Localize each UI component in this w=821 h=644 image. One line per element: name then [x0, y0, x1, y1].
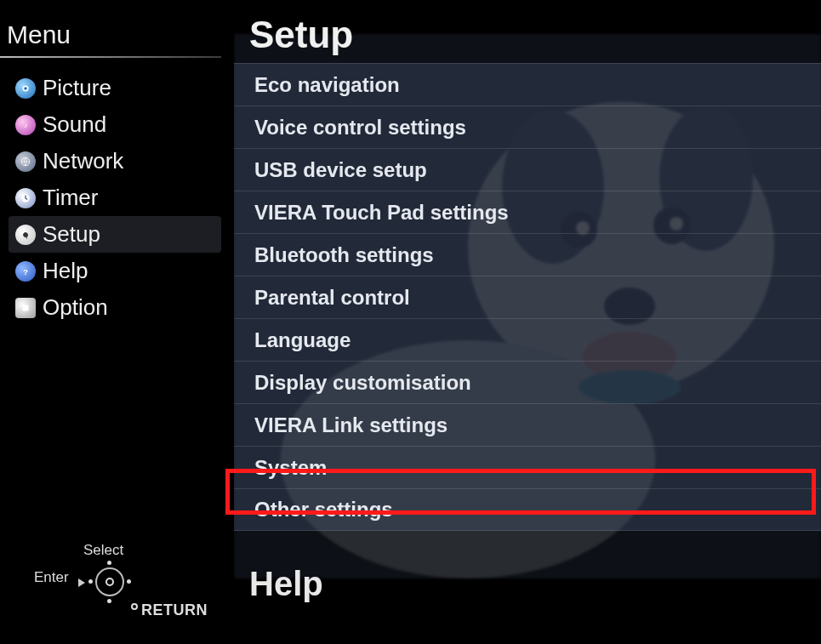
nav-enter-label: Enter — [34, 569, 69, 586]
svg-text:?: ? — [23, 267, 28, 276]
arrow-right-icon — [78, 578, 85, 587]
option-label: Eco navigation — [254, 73, 400, 97]
option-display-customisation[interactable]: Display customisation — [234, 361, 821, 403]
option-label: Display customisation — [254, 371, 471, 395]
setup-icon — [15, 225, 36, 245]
option-label: Language — [254, 328, 351, 352]
sidebar-item-label: Option — [43, 294, 108, 321]
option-label: VIERA Touch Pad settings — [254, 201, 509, 225]
option-language[interactable]: Language — [234, 318, 821, 361]
option-icon — [15, 298, 36, 318]
nav-hint: Select Enter RETURN — [17, 542, 204, 627]
sidebar-item-label: Sound — [43, 111, 106, 138]
option-viera-link-settings[interactable]: VIERA Link settings — [234, 403, 821, 446]
nav-return-label: RETURN — [141, 601, 208, 619]
sidebar-item-network[interactable]: Network — [9, 143, 221, 180]
return-dot-icon — [131, 603, 138, 610]
nav-select-label: Select — [83, 542, 123, 559]
sidebar-item-label: Network — [43, 148, 123, 174]
option-usb-device-setup[interactable]: USB device setup — [234, 148, 821, 191]
sidebar-item-picture[interactable]: Picture — [9, 70, 221, 106]
option-label: Bluetooth settings — [254, 243, 434, 267]
dpad-icon — [90, 562, 129, 601]
sidebar-item-label: Timer — [43, 185, 98, 211]
sidebar-item-option[interactable]: Option — [9, 289, 221, 326]
svg-rect-6 — [23, 305, 29, 311]
svg-text:♪: ♪ — [24, 121, 27, 128]
sidebar: Menu Picture ♪ Sound Network — [0, 0, 221, 644]
option-label: System — [254, 456, 327, 480]
sidebar-item-timer[interactable]: Timer — [9, 180, 221, 216]
timer-icon — [15, 188, 36, 208]
sidebar-item-help[interactable]: ? Help — [9, 253, 221, 289]
section-title-setup: Setup — [234, 0, 821, 63]
option-voice-control-settings[interactable]: Voice control settings — [234, 105, 821, 148]
sidebar-item-label: Setup — [43, 221, 100, 248]
sidebar-divider — [0, 56, 221, 58]
menu-title: Menu — [0, 0, 221, 56]
option-other-settings[interactable]: Other settings — [234, 488, 821, 531]
option-eco-navigation[interactable]: Eco navigation — [234, 63, 821, 105]
svg-point-1 — [24, 87, 27, 90]
section-title-help: Help — [234, 531, 821, 620]
option-parental-control[interactable]: Parental control — [234, 276, 821, 318]
option-label: VIERA Link settings — [254, 413, 448, 437]
network-icon — [15, 151, 36, 172]
sidebar-item-setup[interactable]: Setup — [9, 216, 221, 253]
setup-options-list: Eco navigation Voice control settings US… — [234, 63, 821, 531]
main-panel: Setup Eco navigation Voice control setti… — [234, 0, 821, 644]
option-bluetooth-settings[interactable]: Bluetooth settings — [234, 233, 821, 276]
sidebar-list: Picture ♪ Sound Network Timer — [0, 70, 221, 326]
sidebar-item-label: Picture — [43, 75, 111, 101]
option-label: Voice control settings — [254, 116, 466, 140]
option-label: Other settings — [254, 498, 393, 521]
tv-settings-screen: { "sidebar": { "title": "Menu", "items":… — [0, 0, 821, 644]
option-viera-touch-pad-settings[interactable]: VIERA Touch Pad settings — [234, 191, 821, 233]
option-label: USB device setup — [254, 158, 427, 182]
sound-icon: ♪ — [15, 115, 36, 135]
picture-icon — [15, 78, 36, 99]
option-system[interactable]: System — [234, 446, 821, 488]
sidebar-item-label: Help — [43, 258, 88, 284]
sidebar-item-sound[interactable]: ♪ Sound — [9, 106, 221, 143]
help-icon: ? — [15, 261, 36, 282]
option-label: Parental control — [254, 286, 410, 310]
